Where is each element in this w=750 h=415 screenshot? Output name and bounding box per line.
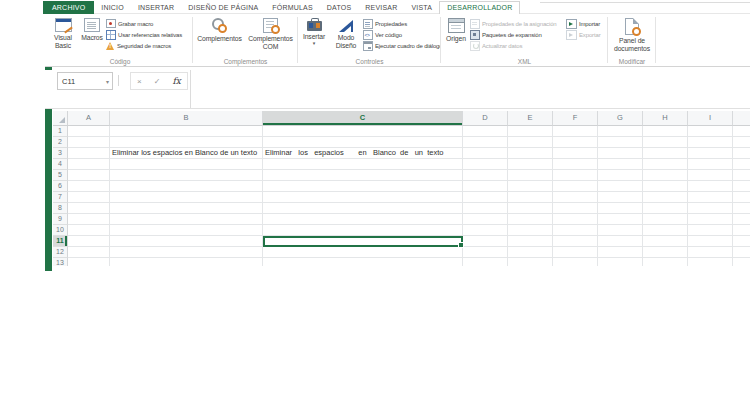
row-header-12[interactable]: 12 bbox=[53, 247, 68, 258]
grid-cell-B7[interactable] bbox=[110, 192, 263, 203]
grid-cell-A1[interactable] bbox=[68, 126, 110, 137]
grid-cell-A2[interactable] bbox=[68, 137, 110, 148]
grid-cell-I1[interactable] bbox=[688, 126, 733, 137]
grid-cell-H12[interactable] bbox=[643, 247, 688, 258]
row-header-11[interactable]: 11 bbox=[53, 236, 68, 247]
grid-cell-I4[interactable] bbox=[688, 159, 733, 170]
column-header-C[interactable]: C bbox=[263, 111, 463, 126]
row-header-7[interactable]: 7 bbox=[53, 192, 68, 203]
grid-cell-D10[interactable] bbox=[463, 225, 508, 236]
grid-cell-E13[interactable] bbox=[508, 258, 553, 266]
grid-cell-G6[interactable] bbox=[598, 181, 643, 192]
grid-cell-H2[interactable] bbox=[643, 137, 688, 148]
grabar-macro-button[interactable]: Grabar macro bbox=[106, 19, 182, 28]
complementos-button[interactable]: Complementos bbox=[195, 16, 245, 43]
grid-cell-J5[interactable] bbox=[733, 170, 750, 181]
grid-cell-J4[interactable] bbox=[733, 159, 750, 170]
grid-cell-E1[interactable] bbox=[508, 126, 553, 137]
grid-cell-C1[interactable] bbox=[263, 126, 463, 137]
grid-cell-H5[interactable] bbox=[643, 170, 688, 181]
grid-cell-D6[interactable] bbox=[463, 181, 508, 192]
grid-cell-H13[interactable] bbox=[643, 258, 688, 266]
grid-cell-E12[interactable] bbox=[508, 247, 553, 258]
grid-cell-A6[interactable] bbox=[68, 181, 110, 192]
grid-cell-D9[interactable] bbox=[463, 214, 508, 225]
column-header-A[interactable]: A bbox=[68, 111, 110, 126]
grid-cell-E3[interactable] bbox=[508, 148, 553, 159]
row-header-8[interactable]: 8 bbox=[53, 203, 68, 214]
tab-formulas[interactable]: FÓRMULAS bbox=[265, 1, 320, 14]
grid-cell-I10[interactable] bbox=[688, 225, 733, 236]
grid-cell-I12[interactable] bbox=[688, 247, 733, 258]
grid-cell-J6[interactable] bbox=[733, 181, 750, 192]
propiedades-button[interactable]: Propiedades bbox=[363, 19, 440, 28]
tab-insertar[interactable]: INSERTAR bbox=[131, 1, 181, 14]
grid-cell-A13[interactable] bbox=[68, 258, 110, 266]
grid-cell-F10[interactable] bbox=[553, 225, 598, 236]
grid-cell-I5[interactable] bbox=[688, 170, 733, 181]
grid-cell-H9[interactable] bbox=[643, 214, 688, 225]
grid-cell-J8[interactable] bbox=[733, 203, 750, 214]
grid-cell-J1[interactable] bbox=[733, 126, 750, 137]
tab-inicio[interactable]: INICIO bbox=[94, 1, 131, 14]
column-header-D[interactable]: D bbox=[463, 111, 508, 126]
column-header-F[interactable]: F bbox=[553, 111, 598, 126]
formula-input[interactable] bbox=[191, 70, 750, 108]
grid-cell-E6[interactable] bbox=[508, 181, 553, 192]
grid-cell-F9[interactable] bbox=[553, 214, 598, 225]
grid-cell-J9[interactable] bbox=[733, 214, 750, 225]
tab-datos[interactable]: DATOS bbox=[320, 1, 358, 14]
grid-cell-C10[interactable] bbox=[263, 225, 463, 236]
grid-cell-J12[interactable] bbox=[733, 247, 750, 258]
row-header-6[interactable]: 6 bbox=[53, 181, 68, 192]
grid-cell-C8[interactable] bbox=[263, 203, 463, 214]
grid-cell-A12[interactable] bbox=[68, 247, 110, 258]
grid-cell-I6[interactable] bbox=[688, 181, 733, 192]
grid-cell-J7[interactable] bbox=[733, 192, 750, 203]
grid-cell-C4[interactable] bbox=[263, 159, 463, 170]
grid-cell-D11[interactable] bbox=[463, 236, 508, 247]
grid-cell-H7[interactable] bbox=[643, 192, 688, 203]
complementos-com-button[interactable]: Complementos COM bbox=[245, 16, 297, 51]
ver-codigo-button[interactable]: Ver código bbox=[363, 30, 440, 39]
grid-cell-I8[interactable] bbox=[688, 203, 733, 214]
grid-cell-A3[interactable] bbox=[68, 148, 110, 159]
grid-cell-C5[interactable] bbox=[263, 170, 463, 181]
name-box[interactable]: C11 ▾ bbox=[57, 72, 113, 90]
tab-archivo[interactable]: ARCHIVO bbox=[43, 1, 94, 14]
grid-cell-B10[interactable] bbox=[110, 225, 263, 236]
macros-button[interactable]: Macros bbox=[78, 16, 106, 42]
origen-button[interactable]: Origen bbox=[442, 16, 470, 43]
cell-B3[interactable]: Eliminar los espacios en Blanco de un te… bbox=[110, 148, 263, 159]
grid-cell-J13[interactable] bbox=[733, 258, 750, 266]
grid-cell-E5[interactable] bbox=[508, 170, 553, 181]
grid-cell-G8[interactable] bbox=[598, 203, 643, 214]
grid-cell-G11[interactable] bbox=[598, 236, 643, 247]
grid-cell-B1[interactable] bbox=[110, 126, 263, 137]
column-header-H[interactable]: H bbox=[643, 111, 688, 126]
row-header-10[interactable]: 10 bbox=[53, 225, 68, 236]
grid-cell-F2[interactable] bbox=[553, 137, 598, 148]
grid-cell-E8[interactable] bbox=[508, 203, 553, 214]
grid-cell-C12[interactable] bbox=[263, 247, 463, 258]
grid-cell-J2[interactable] bbox=[733, 137, 750, 148]
grid-cell-H11[interactable] bbox=[643, 236, 688, 247]
grid-cell-F6[interactable] bbox=[553, 181, 598, 192]
grid-cell-E7[interactable] bbox=[508, 192, 553, 203]
grid-cell-D5[interactable] bbox=[463, 170, 508, 181]
referencias-relativas-button[interactable]: Usar referencias relativas bbox=[106, 30, 182, 39]
grid-cell-G5[interactable] bbox=[598, 170, 643, 181]
row-header-3[interactable]: 3 bbox=[53, 148, 68, 159]
grid-cell-D8[interactable] bbox=[463, 203, 508, 214]
grid-cell-G7[interactable] bbox=[598, 192, 643, 203]
grid-cell-F5[interactable] bbox=[553, 170, 598, 181]
grid-cell-G13[interactable] bbox=[598, 258, 643, 266]
tab-revisar[interactable]: REVISAR bbox=[358, 1, 404, 14]
grid-cell-B4[interactable] bbox=[110, 159, 263, 170]
grid-cell-B11[interactable] bbox=[110, 236, 263, 247]
enter-icon[interactable]: ✓ bbox=[154, 77, 161, 86]
column-header-E[interactable]: E bbox=[508, 111, 553, 126]
row-header-4[interactable]: 4 bbox=[53, 159, 68, 170]
grid-cell-H10[interactable] bbox=[643, 225, 688, 236]
modo-diseno-button[interactable]: Modo Diseño bbox=[329, 16, 363, 50]
